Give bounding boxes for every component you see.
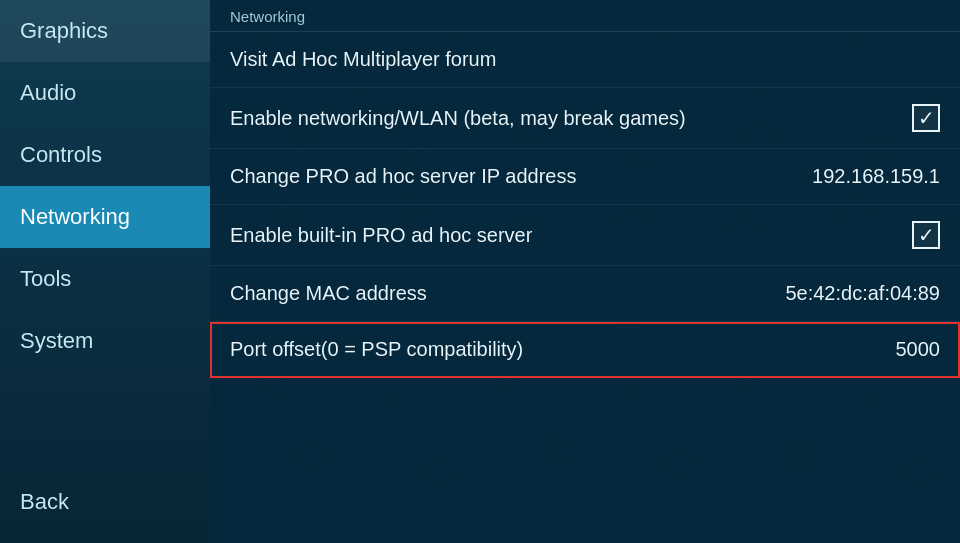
menu-item-value-port-offset: 5000 <box>896 338 941 361</box>
sidebar-item-graphics[interactable]: Graphics <box>0 0 210 62</box>
menu-item-value-pro-adhoc-ip: 192.168.159.1 <box>812 165 940 188</box>
menu-item-value-mac-address: 5e:42:dc:af:04:89 <box>785 282 940 305</box>
menu-item-builtin-pro-adhoc[interactable]: Enable built-in PRO ad hoc server✓ <box>210 205 960 266</box>
sidebar-item-system[interactable]: System <box>0 310 210 372</box>
section-title: Networking <box>210 0 960 32</box>
menu-item-label-mac-address: Change MAC address <box>230 282 427 305</box>
menu-item-label-enable-networking: Enable networking/WLAN (beta, may break … <box>230 107 686 130</box>
menu-item-port-offset[interactable]: Port offset(0 = PSP compatibility)5000 <box>210 322 960 378</box>
main-panel: Networking Visit Ad Hoc Multiplayer foru… <box>210 0 960 543</box>
menu-item-pro-adhoc-ip[interactable]: Change PRO ad hoc server IP address192.1… <box>210 149 960 205</box>
sidebar-item-controls[interactable]: Controls <box>0 124 210 186</box>
menu-item-label-adhoc-forum: Visit Ad Hoc Multiplayer forum <box>230 48 496 71</box>
sidebar-item-audio[interactable]: Audio <box>0 62 210 124</box>
menu-item-label-pro-adhoc-ip: Change PRO ad hoc server IP address <box>230 165 576 188</box>
menu-item-mac-address[interactable]: Change MAC address5e:42:dc:af:04:89 <box>210 266 960 322</box>
checkbox-enable-networking[interactable]: ✓ <box>912 104 940 132</box>
sidebar: GraphicsAudioControlsNetworkingToolsSyst… <box>0 0 210 543</box>
sidebar-spacer <box>0 372 210 471</box>
checkbox-builtin-pro-adhoc[interactable]: ✓ <box>912 221 940 249</box>
menu-item-adhoc-forum[interactable]: Visit Ad Hoc Multiplayer forum <box>210 32 960 88</box>
menu-item-label-builtin-pro-adhoc: Enable built-in PRO ad hoc server <box>230 224 532 247</box>
menu-list: Visit Ad Hoc Multiplayer forumEnable net… <box>210 32 960 543</box>
sidebar-item-networking[interactable]: Networking <box>0 186 210 248</box>
menu-item-label-port-offset: Port offset(0 = PSP compatibility) <box>230 338 523 361</box>
menu-item-enable-networking[interactable]: Enable networking/WLAN (beta, may break … <box>210 88 960 149</box>
back-button[interactable]: Back <box>0 471 210 533</box>
sidebar-item-tools[interactable]: Tools <box>0 248 210 310</box>
